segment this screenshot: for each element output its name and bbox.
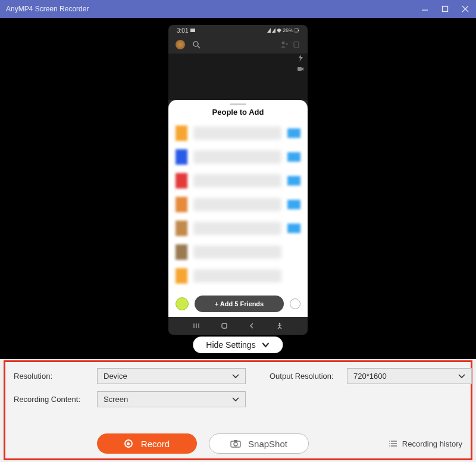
svg-line-26 [280, 327, 281, 329]
resolution-value: Device [104, 372, 127, 381]
people-sheet: People to Add + Add 5 Friends [168, 100, 308, 317]
resolution-select[interactable]: Device [97, 368, 246, 384]
maximize-button[interactable] [440, 4, 450, 14]
wifi-icon [277, 28, 281, 33]
preview-area: 3:01 26% [0, 18, 476, 359]
list-item[interactable] [176, 121, 300, 145]
window-controls [420, 4, 470, 14]
hide-settings-button[interactable]: Hide Settings [193, 337, 283, 353]
close-button[interactable] [461, 4, 470, 14]
add-friends-button[interactable]: + Add 5 Friends [195, 296, 284, 312]
add-badge[interactable] [287, 152, 300, 162]
status-left: 3:01 [177, 27, 196, 34]
action-row: Record SnapShot Recording history [14, 433, 462, 454]
snapshot-button[interactable]: SnapShot [209, 433, 309, 454]
list-item[interactable] [176, 169, 300, 193]
people-list[interactable] [168, 121, 308, 291]
svg-rect-14 [294, 42, 299, 48]
name-placeholder [193, 222, 281, 235]
name-placeholder [193, 127, 281, 140]
minimize-icon [421, 5, 429, 13]
add-badge[interactable] [287, 200, 300, 209]
svg-rect-21 [222, 323, 227, 328]
list-item[interactable] [176, 240, 300, 264]
svg-rect-28 [234, 440, 237, 442]
svg-line-25 [278, 327, 280, 329]
svg-marker-17 [302, 67, 303, 71]
output-resolution-label: Output Resolution: [270, 372, 347, 381]
svg-point-29 [234, 442, 237, 446]
name-placeholder [193, 269, 281, 282]
recording-content-label: Recording Content: [14, 395, 97, 404]
svg-point-9 [193, 42, 198, 46]
phone-camera-area [168, 54, 308, 100]
avatar [176, 149, 187, 165]
svg-rect-1 [443, 7, 448, 12]
add-friend-icon [280, 40, 289, 49]
drag-handle[interactable] [230, 103, 246, 105]
resolution-label: Resolution: [14, 372, 97, 381]
sheet-bottom-bar: + Add 5 Friends [168, 291, 308, 317]
svg-rect-8 [298, 30, 299, 31]
record-dot-icon [124, 439, 133, 448]
add-badge[interactable] [287, 176, 300, 186]
snapshot-label: SnapShot [248, 439, 287, 449]
profile-icon [176, 40, 185, 49]
circle-button[interactable] [290, 298, 300, 309]
svg-line-10 [198, 46, 200, 48]
avatar [176, 221, 187, 236]
name-placeholder [193, 246, 281, 259]
title-bar: AnyMP4 Screen Recorder [0, 0, 476, 18]
svg-point-11 [282, 42, 285, 45]
avatar [176, 173, 187, 188]
svg-point-35 [389, 445, 390, 447]
list-item[interactable] [176, 264, 300, 288]
phone-status-bar: 3:01 26% [168, 25, 308, 36]
add-badge[interactable] [287, 224, 300, 233]
avatar [176, 125, 187, 141]
svg-marker-6 [272, 28, 275, 33]
svg-marker-15 [299, 55, 303, 62]
phone-preview: 3:01 26% [168, 25, 308, 335]
name-placeholder [193, 174, 281, 187]
recording-content-value: Screen [104, 395, 128, 404]
camera-icon [230, 439, 241, 448]
add-badge[interactable] [287, 247, 300, 257]
battery-icon [295, 28, 299, 33]
chevron-down-icon [458, 374, 465, 379]
avatar [176, 268, 187, 284]
close-icon [461, 5, 469, 13]
name-placeholder [193, 198, 281, 211]
app-title: AnyMP4 Screen Recorder [6, 5, 420, 13]
add-badge[interactable] [287, 128, 300, 138]
list-icon [389, 440, 397, 447]
list-item[interactable] [176, 145, 300, 169]
search-icon [192, 40, 201, 49]
output-resolution-value: 720*1600 [353, 372, 387, 381]
recording-content-select[interactable]: Screen [97, 391, 246, 407]
hide-settings-label: Hide Settings [206, 340, 255, 350]
list-item[interactable] [176, 216, 300, 240]
maximize-icon [441, 5, 449, 12]
add-badge[interactable] [287, 271, 300, 281]
settings-panel: Resolution: Device Output Resolution: 72… [4, 360, 472, 460]
chevron-down-icon [232, 397, 239, 402]
add-friends-label: + Add 5 Friends [215, 300, 264, 307]
svg-point-33 [389, 441, 390, 442]
record-button[interactable]: Record [97, 433, 197, 454]
phone-app-top-bar [168, 36, 308, 54]
svg-rect-4 [190, 29, 195, 32]
svg-rect-16 [298, 67, 302, 71]
video-icon [297, 65, 304, 73]
status-right: 26% [267, 27, 299, 33]
home-icon [220, 322, 228, 330]
list-item[interactable] [176, 193, 300, 216]
recording-history-link[interactable]: Recording history [389, 439, 462, 448]
avatar [176, 197, 187, 212]
output-resolution-select[interactable]: 720*1600 [347, 368, 472, 384]
svg-point-34 [389, 443, 390, 444]
svg-point-22 [278, 323, 280, 325]
minimize-button[interactable] [420, 4, 430, 14]
signal-icon-2 [272, 28, 275, 33]
battery-text: 26% [283, 27, 293, 33]
